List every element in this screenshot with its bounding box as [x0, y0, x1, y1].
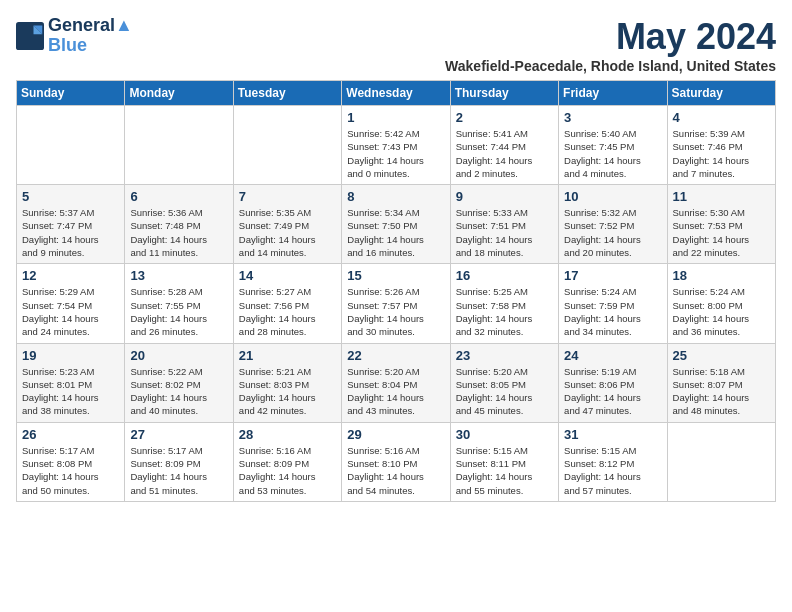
day-header-monday: Monday: [125, 81, 233, 106]
day-header-tuesday: Tuesday: [233, 81, 341, 106]
day-detail: Sunrise: 5:26 AM: [347, 285, 444, 298]
day-detail: Daylight: 14 hours: [673, 154, 770, 167]
day-detail: and 57 minutes.: [564, 484, 661, 497]
day-detail: Sunrise: 5:40 AM: [564, 127, 661, 140]
day-detail: Daylight: 14 hours: [564, 312, 661, 325]
day-detail: and 20 minutes.: [564, 246, 661, 259]
day-detail: Sunrise: 5:33 AM: [456, 206, 553, 219]
day-detail: and 53 minutes.: [239, 484, 336, 497]
day-detail: Daylight: 14 hours: [347, 312, 444, 325]
calendar-cell: 13Sunrise: 5:28 AMSunset: 7:55 PMDayligh…: [125, 264, 233, 343]
day-detail: Daylight: 14 hours: [239, 312, 336, 325]
calendar-cell: 18Sunrise: 5:24 AMSunset: 8:00 PMDayligh…: [667, 264, 775, 343]
day-number: 20: [130, 348, 227, 363]
day-detail: Sunset: 7:47 PM: [22, 219, 119, 232]
calendar-cell: 21Sunrise: 5:21 AMSunset: 8:03 PMDayligh…: [233, 343, 341, 422]
calendar-cell: [125, 106, 233, 185]
day-detail: and 40 minutes.: [130, 404, 227, 417]
day-detail: Sunrise: 5:30 AM: [673, 206, 770, 219]
day-detail: Sunset: 7:49 PM: [239, 219, 336, 232]
day-detail: Sunrise: 5:32 AM: [564, 206, 661, 219]
calendar-cell: 15Sunrise: 5:26 AMSunset: 7:57 PMDayligh…: [342, 264, 450, 343]
day-detail: and 18 minutes.: [456, 246, 553, 259]
page-header: General▲ Blue May 2024 Wakefield-Peaceda…: [16, 16, 776, 74]
day-detail: Sunrise: 5:20 AM: [347, 365, 444, 378]
day-detail: Daylight: 14 hours: [239, 233, 336, 246]
day-detail: Sunrise: 5:16 AM: [347, 444, 444, 457]
day-number: 3: [564, 110, 661, 125]
calendar-week-row: 19Sunrise: 5:23 AMSunset: 8:01 PMDayligh…: [17, 343, 776, 422]
day-detail: Daylight: 14 hours: [130, 312, 227, 325]
title-area: May 2024 Wakefield-Peacedale, Rhode Isla…: [445, 16, 776, 74]
calendar-cell: 4Sunrise: 5:39 AMSunset: 7:46 PMDaylight…: [667, 106, 775, 185]
day-detail: Sunrise: 5:27 AM: [239, 285, 336, 298]
calendar-week-row: 26Sunrise: 5:17 AMSunset: 8:08 PMDayligh…: [17, 422, 776, 501]
day-detail: Sunrise: 5:16 AM: [239, 444, 336, 457]
calendar-cell: 3Sunrise: 5:40 AMSunset: 7:45 PMDaylight…: [559, 106, 667, 185]
calendar-cell: 14Sunrise: 5:27 AMSunset: 7:56 PMDayligh…: [233, 264, 341, 343]
day-detail: Sunrise: 5:24 AM: [564, 285, 661, 298]
day-detail: Sunrise: 5:36 AM: [130, 206, 227, 219]
day-detail: Sunset: 7:48 PM: [130, 219, 227, 232]
calendar-cell: 10Sunrise: 5:32 AMSunset: 7:52 PMDayligh…: [559, 185, 667, 264]
day-detail: Sunset: 8:06 PM: [564, 378, 661, 391]
day-detail: Daylight: 14 hours: [239, 391, 336, 404]
calendar-cell: 30Sunrise: 5:15 AMSunset: 8:11 PMDayligh…: [450, 422, 558, 501]
day-detail: Sunset: 7:46 PM: [673, 140, 770, 153]
day-detail: and 54 minutes.: [347, 484, 444, 497]
day-number: 25: [673, 348, 770, 363]
day-detail: and 0 minutes.: [347, 167, 444, 180]
day-number: 30: [456, 427, 553, 442]
day-detail: and 48 minutes.: [673, 404, 770, 417]
day-detail: Sunset: 8:10 PM: [347, 457, 444, 470]
day-detail: and 16 minutes.: [347, 246, 444, 259]
calendar-cell: 22Sunrise: 5:20 AMSunset: 8:04 PMDayligh…: [342, 343, 450, 422]
calendar-cell: 1Sunrise: 5:42 AMSunset: 7:43 PMDaylight…: [342, 106, 450, 185]
day-detail: Sunset: 8:03 PM: [239, 378, 336, 391]
calendar-cell: [233, 106, 341, 185]
calendar-cell: 8Sunrise: 5:34 AMSunset: 7:50 PMDaylight…: [342, 185, 450, 264]
day-detail: Sunset: 8:07 PM: [673, 378, 770, 391]
day-detail: Daylight: 14 hours: [22, 391, 119, 404]
day-number: 6: [130, 189, 227, 204]
day-detail: Sunset: 7:55 PM: [130, 299, 227, 312]
day-number: 10: [564, 189, 661, 204]
day-detail: Sunset: 7:54 PM: [22, 299, 119, 312]
day-detail: Daylight: 14 hours: [239, 470, 336, 483]
day-detail: and 4 minutes.: [564, 167, 661, 180]
day-detail: Sunrise: 5:15 AM: [564, 444, 661, 457]
day-detail: and 36 minutes.: [673, 325, 770, 338]
calendar-cell: 7Sunrise: 5:35 AMSunset: 7:49 PMDaylight…: [233, 185, 341, 264]
day-detail: Daylight: 14 hours: [564, 233, 661, 246]
day-detail: and 24 minutes.: [22, 325, 119, 338]
day-detail: Sunrise: 5:18 AM: [673, 365, 770, 378]
calendar-cell: 11Sunrise: 5:30 AMSunset: 7:53 PMDayligh…: [667, 185, 775, 264]
calendar-table: SundayMondayTuesdayWednesdayThursdayFrid…: [16, 80, 776, 502]
day-number: 18: [673, 268, 770, 283]
day-detail: Sunset: 7:53 PM: [673, 219, 770, 232]
day-detail: Daylight: 14 hours: [673, 312, 770, 325]
day-number: 19: [22, 348, 119, 363]
day-detail: Sunrise: 5:28 AM: [130, 285, 227, 298]
day-number: 12: [22, 268, 119, 283]
day-number: 21: [239, 348, 336, 363]
day-detail: Sunset: 7:51 PM: [456, 219, 553, 232]
day-detail: Sunset: 7:57 PM: [347, 299, 444, 312]
day-detail: Sunset: 7:58 PM: [456, 299, 553, 312]
day-header-friday: Friday: [559, 81, 667, 106]
day-number: 16: [456, 268, 553, 283]
day-detail: and 51 minutes.: [130, 484, 227, 497]
day-header-wednesday: Wednesday: [342, 81, 450, 106]
day-number: 31: [564, 427, 661, 442]
day-detail: Daylight: 14 hours: [22, 470, 119, 483]
day-detail: Sunrise: 5:25 AM: [456, 285, 553, 298]
day-detail: and 45 minutes.: [456, 404, 553, 417]
day-detail: Daylight: 14 hours: [564, 154, 661, 167]
calendar-cell: 12Sunrise: 5:29 AMSunset: 7:54 PMDayligh…: [17, 264, 125, 343]
day-detail: Sunrise: 5:20 AM: [456, 365, 553, 378]
calendar-cell: 6Sunrise: 5:36 AMSunset: 7:48 PMDaylight…: [125, 185, 233, 264]
calendar-cell: 17Sunrise: 5:24 AMSunset: 7:59 PMDayligh…: [559, 264, 667, 343]
day-detail: Sunset: 8:12 PM: [564, 457, 661, 470]
day-number: 1: [347, 110, 444, 125]
month-title: May 2024: [445, 16, 776, 58]
